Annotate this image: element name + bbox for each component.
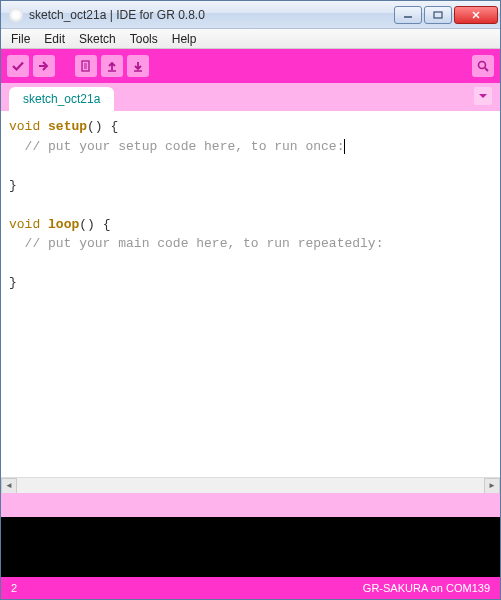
code-editor[interactable]: void setup() { // put your setup code he…: [1, 111, 500, 477]
menubar: File Edit Sketch Tools Help: [1, 29, 500, 49]
message-area: [1, 493, 500, 517]
window-controls: [394, 6, 498, 24]
svg-point-10: [479, 62, 486, 69]
app-window: sketch_oct21a | IDE for GR 0.8.0 File Ed…: [0, 0, 501, 600]
tabbar: sketch_oct21a: [1, 83, 500, 111]
menu-sketch[interactable]: Sketch: [73, 30, 122, 48]
app-icon: [9, 8, 23, 22]
function-name: setup: [48, 119, 87, 134]
upload-button[interactable]: [33, 55, 55, 77]
tab-menu-button[interactable]: [474, 87, 492, 105]
keyword: void: [9, 119, 40, 134]
verify-button[interactable]: [7, 55, 29, 77]
console-output[interactable]: [1, 517, 500, 577]
menu-file[interactable]: File: [5, 30, 36, 48]
scroll-right-arrow[interactable]: ►: [484, 478, 500, 494]
statusbar: 2 GR-SAKURA on COM139: [1, 577, 500, 599]
save-button[interactable]: [127, 55, 149, 77]
comment: // put your main code here, to run repea…: [25, 236, 384, 251]
serial-monitor-button[interactable]: [472, 55, 494, 77]
function-name: loop: [48, 217, 79, 232]
open-button[interactable]: [101, 55, 123, 77]
comment: // put your setup code here, to run once…: [25, 139, 345, 154]
new-button[interactable]: [75, 55, 97, 77]
toolbar: [1, 49, 500, 83]
minimize-button[interactable]: [394, 6, 422, 24]
titlebar[interactable]: sketch_oct21a | IDE for GR 0.8.0: [1, 1, 500, 29]
keyword: void: [9, 217, 40, 232]
window-title: sketch_oct21a | IDE for GR 0.8.0: [29, 8, 394, 22]
text-cursor: [344, 139, 345, 154]
maximize-button[interactable]: [424, 6, 452, 24]
close-button[interactable]: [454, 6, 498, 24]
menu-edit[interactable]: Edit: [38, 30, 71, 48]
svg-rect-1: [434, 12, 442, 18]
tab-active[interactable]: sketch_oct21a: [9, 87, 114, 111]
scroll-left-arrow[interactable]: ◄: [1, 478, 17, 494]
status-line-number: 2: [11, 582, 363, 594]
menu-help[interactable]: Help: [166, 30, 203, 48]
menu-tools[interactable]: Tools: [124, 30, 164, 48]
status-board-port: GR-SAKURA on COM139: [363, 582, 490, 594]
svg-line-11: [485, 68, 488, 71]
horizontal-scrollbar[interactable]: ◄ ►: [1, 477, 500, 493]
